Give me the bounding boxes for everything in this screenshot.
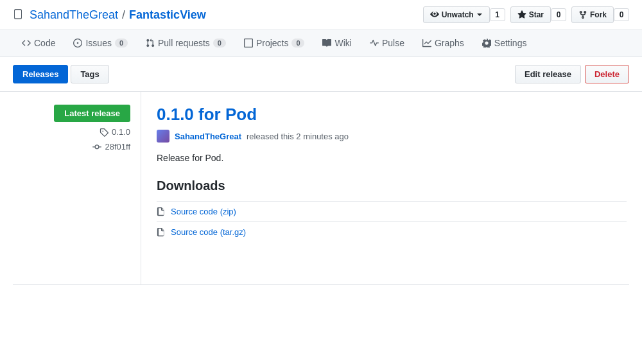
watch-button[interactable]: Unwatch: [423, 6, 490, 23]
download-targz-label: Source code (tar.gz): [171, 227, 246, 237]
sub-nav-buttons: Releases Tags: [13, 65, 109, 83]
commit-icon: [92, 143, 101, 152]
repo-name[interactable]: FantasticView: [129, 8, 206, 22]
tab-wiki[interactable]: Wiki: [313, 30, 360, 57]
tab-projects-label: Projects: [256, 38, 289, 48]
tab-pull-requests[interactable]: Pull requests 0: [137, 30, 235, 57]
tab-pr-label: Pull requests: [158, 38, 210, 48]
star-count: 0: [551, 8, 566, 21]
tab-pr-count: 0: [213, 39, 226, 48]
latest-release-badge: Latest release: [54, 105, 130, 122]
tab-settings[interactable]: Settings: [473, 30, 536, 57]
downloads-section: Downloads Source code (zip) Source code …: [157, 178, 627, 242]
repo-slash: /: [122, 8, 125, 22]
commit-value: 28f01ff: [105, 142, 130, 152]
tab-code-label: Code: [34, 38, 55, 48]
tab-projects-count: 0: [291, 39, 304, 48]
release-meta-text: released this 2 minutes ago: [247, 132, 349, 141]
commit-line: 28f01ff: [92, 142, 130, 152]
tag-icon: [100, 128, 108, 137]
tag-value: 0.1.0: [112, 127, 130, 137]
tab-pulse-label: Pulse: [382, 38, 404, 48]
tab-issues-count: 0: [115, 39, 128, 48]
top-bar: SahandTheGreat / FantasticView Unwatch 1…: [0, 0, 642, 30]
releases-tab[interactable]: Releases: [13, 65, 68, 83]
sub-nav-actions: Edit release Delete: [515, 65, 629, 83]
tab-graphs-label: Graphs: [435, 38, 464, 48]
tab-pulse[interactable]: Pulse: [361, 30, 413, 57]
delete-button[interactable]: Delete: [585, 65, 629, 83]
fork-count: 0: [614, 8, 629, 21]
download-zip[interactable]: Source code (zip): [157, 201, 627, 221]
release-content: 0.1.0 for Pod SahandTheGreat released th…: [141, 92, 642, 284]
sub-nav: Releases Tags Edit release Delete: [0, 57, 642, 92]
release-author[interactable]: SahandTheGreat: [175, 132, 241, 141]
tab-wiki-label: Wiki: [334, 38, 351, 48]
repo-owner[interactable]: SahandTheGreat: [30, 8, 118, 22]
file-icon-zip: [157, 207, 166, 216]
repo-title: SahandTheGreat / FantasticView: [13, 8, 206, 22]
star-button[interactable]: Star: [510, 6, 551, 23]
footer-divider: [13, 284, 629, 285]
tab-code[interactable]: Code: [13, 30, 64, 57]
download-targz[interactable]: Source code (tar.gz): [157, 221, 627, 242]
tab-issues-label: Issues: [85, 38, 111, 48]
watch-count: 1: [490, 8, 505, 21]
main-content: Latest release 0.1.0 28f01ff 0.1.0 for P…: [0, 92, 642, 284]
release-description: Release for Pod.: [157, 153, 627, 163]
release-title[interactable]: 0.1.0 for Pod: [157, 105, 627, 125]
tab-projects[interactable]: Projects 0: [235, 30, 314, 57]
nav-tabs: Code Issues 0 Pull requests 0 Projects 0…: [0, 30, 642, 57]
author-avatar: [157, 130, 169, 143]
fork-button[interactable]: Fork: [571, 6, 614, 23]
tab-issues[interactable]: Issues 0: [64, 30, 136, 57]
tab-graphs[interactable]: Graphs: [413, 30, 473, 57]
sidebar: Latest release 0.1.0 28f01ff: [0, 92, 141, 284]
repo-icon: [13, 9, 23, 21]
downloads-title: Downloads: [157, 178, 627, 193]
file-icon-targz: [157, 228, 166, 237]
tags-tab[interactable]: Tags: [71, 65, 108, 83]
tab-settings-label: Settings: [494, 38, 527, 48]
release-meta: SahandTheGreat released this 2 minutes a…: [157, 130, 627, 143]
download-zip-label: Source code (zip): [171, 207, 236, 216]
top-actions: Unwatch 1 Star 0 Fork 0: [423, 6, 629, 23]
downloads-list: Source code (zip) Source code (tar.gz): [157, 201, 627, 242]
tag-line: 0.1.0: [100, 127, 130, 137]
edit-release-button[interactable]: Edit release: [515, 65, 581, 83]
